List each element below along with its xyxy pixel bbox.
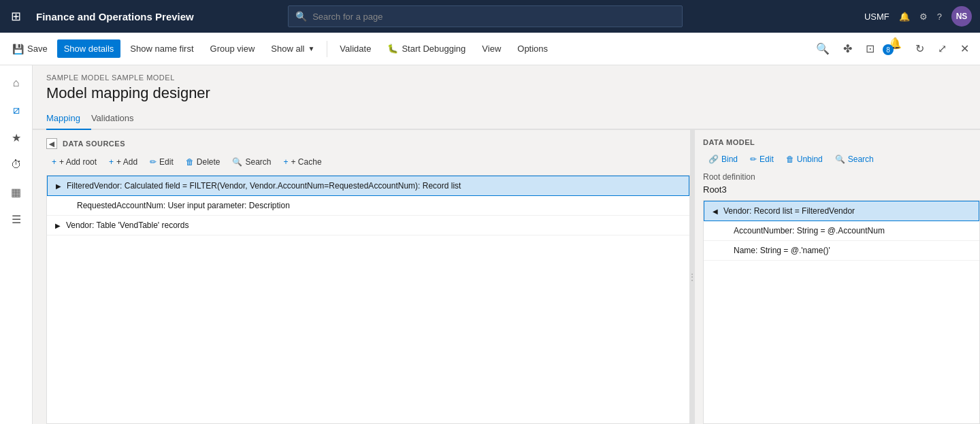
designer-area: ◀ DATA SOURCES + + Add root + + Add ✏ Ed… — [33, 130, 980, 424]
global-search-box[interactable]: 🔍 — [288, 5, 683, 27]
expand-icon — [63, 200, 74, 211]
data-model-tree: ◀ Vendor: Record list = FilteredVendor A… — [703, 200, 980, 424]
dm-search-icon: 🔍 — [835, 154, 845, 164]
tab-validations[interactable]: Validations — [91, 108, 145, 130]
sidebar-recent-icon[interactable]: ⏱ — [4, 152, 29, 177]
expand-icon: ▶ — [53, 180, 64, 191]
validate-button[interactable]: Validate — [333, 39, 378, 58]
start-debugging-button[interactable]: 🐛 Start Debugging — [380, 39, 472, 58]
help-question-icon[interactable]: ? — [937, 12, 942, 22]
sidebar-workspace-icon[interactable]: ▦ — [4, 180, 29, 204]
panel-collapse-toggle[interactable]: ◀ — [46, 138, 57, 149]
toolbar-popout-icon-btn[interactable]: ⤢ — [932, 38, 952, 59]
edit-button[interactable]: ✏ Edit — [144, 154, 179, 169]
show-name-first-button[interactable]: Show name first — [123, 39, 200, 58]
search-input[interactable] — [312, 12, 675, 22]
bind-button[interactable]: 🔗 Bind — [703, 152, 743, 167]
user-label: USMF — [864, 12, 889, 22]
data-sources-toolbar: + + Add root + + Add ✏ Edit 🗑 Delete — [46, 154, 690, 169]
dm-edit-icon: ✏ — [750, 154, 757, 164]
user-avatar[interactable]: NS — [951, 6, 972, 27]
tab-mapping[interactable]: Mapping — [46, 108, 91, 130]
tab-bar: Mapping Validations — [33, 108, 980, 130]
accountnumber-text: AccountNumber: String = @.AccountNum — [734, 226, 885, 235]
data-model-header: DATA MODEL — [703, 138, 980, 146]
grid-menu-icon[interactable]: ⊞ — [8, 6, 24, 27]
add-root-icon: + — [52, 157, 56, 167]
expand-icon — [720, 245, 731, 256]
tree-item-vendor[interactable]: ▶ Vendor: Table 'VendTable' records — [47, 216, 689, 235]
dm-tree-item-name[interactable]: Name: String = @.'name()' — [704, 241, 979, 261]
root-definition-value: Root3 — [703, 184, 980, 195]
vendor-text: Vendor: Table 'VendTable' records — [66, 221, 684, 230]
search-icon: 🔍 — [232, 157, 242, 167]
toolbar-connector-icon-btn[interactable]: ✤ — [838, 38, 858, 59]
root-definition: Root definition Root3 — [703, 172, 980, 195]
toolbar-divider-1 — [327, 41, 327, 57]
delete-button[interactable]: 🗑 Delete — [180, 154, 226, 169]
show-details-button[interactable]: Show details — [57, 39, 121, 58]
data-sources-panel: ◀ DATA SOURCES + + Add root + + Add ✏ Ed… — [33, 130, 690, 424]
data-model-title: DATA MODEL — [703, 138, 755, 146]
sidebar-list-icon[interactable]: ☰ — [4, 207, 29, 231]
tree-item-filteredvendor[interactable]: ▶ FilteredVendor: Calculated field = FIL… — [47, 176, 689, 196]
page-title: Model mapping designer — [46, 84, 966, 102]
left-sidebar: ⌂ ⧄ ★ ⏱ ▦ ☰ — [0, 65, 33, 424]
show-all-button[interactable]: Show all ▼ — [264, 39, 321, 58]
dm-edit-button[interactable]: ✏ Edit — [745, 152, 779, 167]
search-button[interactable]: 🔍 Search — [227, 154, 276, 169]
sidebar-favorites-icon[interactable]: ★ — [4, 125, 29, 150]
root-definition-label: Root definition — [703, 172, 980, 182]
expand-icon: ▶ — [52, 220, 63, 231]
settings-gear-icon[interactable]: ⚙ — [919, 12, 928, 22]
toolbar-expand-icon-btn[interactable]: ⊡ — [860, 38, 880, 59]
expand-icon: ◀ — [710, 206, 721, 216]
unbind-button[interactable]: 🗑 Unbind — [781, 152, 828, 167]
dm-search-button[interactable]: 🔍 Search — [830, 152, 879, 167]
toolbar-search-icon-btn[interactable]: 🔍 — [811, 38, 835, 59]
delete-icon: 🗑 — [186, 157, 194, 167]
toolbar-refresh-icon-btn[interactable]: ↻ — [910, 38, 930, 59]
search-icon: 🔍 — [295, 11, 307, 22]
top-navigation: ⊞ Finance and Operations Preview 🔍 USMF … — [0, 0, 980, 33]
vendor-record-text: Vendor: Record list = FilteredVendor — [723, 206, 855, 216]
dm-tree-item-accountnumber[interactable]: AccountNumber: String = @.AccountNum — [704, 221, 979, 241]
toolbar-notifications-icon-btn[interactable]: 🔔 8 — [883, 33, 907, 65]
options-button[interactable]: Options — [510, 39, 555, 58]
tree-item-requestedaccountnum[interactable]: RequestedAccountNum: User input paramete… — [47, 196, 689, 216]
main-layout: ⌂ ⧄ ★ ⏱ ▦ ☰ SAMPLE MODEL SAMPLE MODEL Mo… — [0, 65, 980, 424]
group-view-button[interactable]: Group view — [203, 39, 262, 58]
sidebar-filter-icon[interactable]: ⧄ — [4, 98, 29, 123]
cache-icon: + — [284, 157, 289, 167]
data-sources-title: DATA SOURCES — [63, 140, 125, 148]
unbind-icon: 🗑 — [786, 154, 794, 164]
dm-tree-item-vendor[interactable]: ◀ Vendor: Record list = FilteredVendor — [704, 201, 979, 221]
filteredvendor-text: FilteredVendor: Calculated field = FILTE… — [67, 181, 683, 191]
add-button[interactable]: + + Add — [103, 154, 143, 169]
expand-icon — [720, 225, 731, 236]
top-nav-right: USMF 🔔 ⚙ ? NS — [864, 6, 972, 27]
bind-icon: 🔗 — [708, 154, 719, 164]
data-model-toolbar: 🔗 Bind ✏ Edit 🗑 Unbind 🔍 Search — [703, 152, 980, 167]
app-title: Finance and Operations Preview — [36, 11, 194, 22]
add-icon: + — [109, 157, 114, 167]
sidebar-home-icon[interactable]: ⌂ — [4, 71, 29, 95]
breadcrumb: SAMPLE MODEL SAMPLE MODEL — [46, 74, 966, 82]
notification-badge: 8 — [883, 44, 894, 55]
name-text: Name: String = @.'name()' — [734, 246, 830, 255]
action-toolbar: 💾 Save Show details Show name first Grou… — [0, 33, 980, 65]
save-icon: 💾 — [12, 44, 24, 54]
data-sources-tree: ▶ FilteredVendor: Calculated field = FIL… — [46, 175, 690, 424]
page-header: SAMPLE MODEL SAMPLE MODEL Model mapping … — [33, 65, 980, 108]
data-model-panel: DATA MODEL 🔗 Bind ✏ Edit 🗑 Unbind — [694, 130, 980, 424]
toolbar-close-icon-btn[interactable]: ✕ — [955, 38, 975, 59]
debug-icon: 🐛 — [387, 44, 398, 54]
cache-button[interactable]: + + Cache — [278, 154, 327, 169]
chevron-down-icon: ▼ — [308, 45, 314, 52]
requestedaccountnum-text: RequestedAccountNum: User input paramete… — [77, 201, 684, 210]
save-button[interactable]: 💾 Save — [5, 39, 54, 59]
view-button[interactable]: View — [475, 39, 508, 58]
notification-bell-icon[interactable]: 🔔 — [899, 12, 910, 22]
add-root-button[interactable]: + + Add root — [46, 154, 102, 169]
edit-icon: ✏ — [150, 157, 157, 167]
